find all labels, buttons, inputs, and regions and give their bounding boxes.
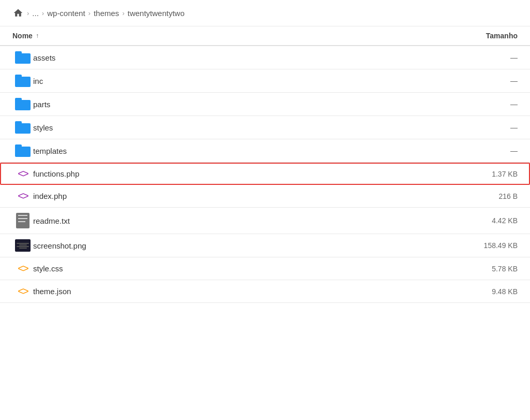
file-name: templates [33,147,445,155]
code-brackets-icon: <> [18,168,27,180]
file-name: style.css [33,264,445,273]
list-item[interactable]: <> index.php 216 B [0,185,530,208]
file-size: 1.37 KB [445,170,518,178]
file-name: inc [33,77,445,85]
list-item[interactable]: screenshot.png 158.49 KB [0,234,530,257]
list-item[interactable]: <> style.css 5.78 KB [0,257,530,280]
breadcrumb-sep-3: › [89,9,91,17]
file-name: theme.json [33,287,445,296]
file-size: 4.42 KB [445,216,518,225]
column-name-header[interactable]: Nome ↑ [12,32,445,40]
sort-arrow-icon: ↑ [36,32,39,39]
code-brackets-icon: <> [18,263,27,274]
breadcrumb-themes[interactable]: themes [94,9,119,18]
folder-icon [12,121,33,134]
file-name: assets [33,53,445,62]
file-size: — [445,77,518,85]
code-brackets-icon: <> [18,285,27,297]
breadcrumb-sep-4: › [122,9,124,17]
file-name: functions.php [33,169,445,178]
folder-icon [12,144,33,157]
folder-icon [12,51,33,64]
file-name: screenshot.png [33,241,445,250]
file-size: — [445,123,518,132]
list-item[interactable]: readme.txt 4.42 KB [0,208,530,234]
file-list-header: Nome ↑ Tamanho [0,26,530,46]
file-list: assets — inc — parts — styles — template… [0,46,530,303]
breadcrumb: › ... › wp-content › themes › twentytwen… [0,0,530,26]
code-file-icon: <> [12,285,33,297]
breadcrumb-twentytwentytwo[interactable]: twentytwentytwo [127,9,184,18]
file-name: styles [33,123,445,132]
breadcrumb-sep-2: › [42,9,44,17]
file-name: readme.txt [33,216,445,225]
list-item[interactable]: <> theme.json 9.48 KB [0,280,530,303]
file-size: 9.48 KB [445,287,518,296]
code-file-icon: <> [12,190,33,202]
file-name: index.php [33,192,445,200]
file-size: 5.78 KB [445,265,518,273]
folder-icon [12,75,33,87]
file-size: 216 B [445,192,518,200]
code-brackets-icon: <> [18,190,27,202]
list-item[interactable]: assets — [0,46,530,69]
list-item-functions-php[interactable]: <> functions.php 1.37 KB [0,163,530,185]
breadcrumb-wp-content[interactable]: wp-content [47,9,85,18]
column-name-label: Nome [12,32,33,40]
column-size-header[interactable]: Tamanho [445,32,518,40]
text-file-icon [12,213,33,228]
code-file-icon: <> [12,168,33,180]
file-name: parts [33,100,445,109]
file-size: — [445,147,518,155]
folder-icon [12,98,33,110]
list-item[interactable]: templates — [0,139,530,163]
image-thumbnail [12,239,33,252]
file-size: 158.49 KB [445,241,518,250]
code-file-icon: <> [12,263,33,274]
file-size: — [445,53,518,62]
list-item[interactable]: parts — [0,93,530,116]
breadcrumb-ellipsis[interactable]: ... [32,9,39,18]
list-item[interactable]: inc — [0,69,530,93]
breadcrumb-sep-1: › [27,9,29,17]
home-icon[interactable] [12,7,24,19]
file-size: — [445,100,518,108]
list-item[interactable]: styles — [0,116,530,139]
